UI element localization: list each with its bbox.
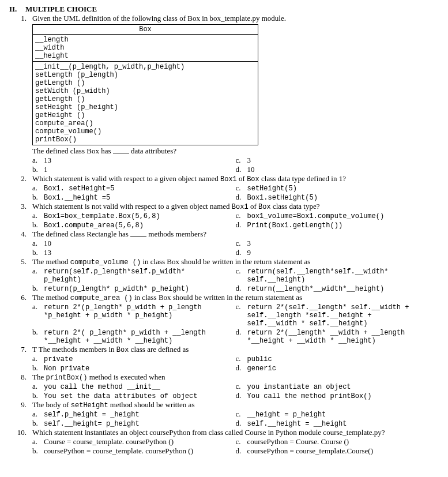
- uml-method-line: compute_volume(): [35, 127, 255, 136]
- q6-b2: *__height + __width * __height): [44, 337, 236, 345]
- q6-stem: The method compute_area () in class Box …: [32, 293, 439, 302]
- q9-stem: The body of setHeight method should be w…: [32, 400, 439, 410]
- q2: 2. Which statement is valid with respect…: [9, 174, 439, 183]
- choice-label: c.: [236, 183, 247, 193]
- choice-label: b.: [32, 328, 44, 337]
- choice-label: b.: [32, 248, 44, 257]
- uml-method-line: setHeight (p_height): [35, 103, 255, 111]
- q1-stem: Given the UML definition of the followin…: [32, 14, 439, 23]
- blank: [130, 230, 146, 236]
- q2-choices: a.Box1. setHeight=5 b.Box1.__height =5 c…: [32, 183, 439, 202]
- q1-a: 13: [44, 156, 236, 165]
- choice-label: d.: [236, 165, 247, 174]
- q8: 8. The printBox() method is executed whe…: [9, 373, 439, 382]
- q7-num: 7.: [9, 345, 32, 354]
- choice-label: a.: [32, 382, 44, 391]
- q10-d: coursePython = course_template.Course(): [247, 446, 439, 456]
- q7-c: public: [247, 355, 439, 363]
- uml-attr-line: __height: [35, 52, 255, 60]
- choice-label: a.: [32, 156, 44, 165]
- choice-label: d.: [236, 220, 247, 230]
- q4-a: 10: [44, 239, 236, 248]
- q3-b: Box1.compute_area(5,6,8): [44, 221, 236, 230]
- choice-label: b.: [32, 391, 44, 400]
- q10-a: Course = course_template. coursePython (…: [44, 437, 236, 446]
- uml-box: Box __length __width __height __init__(p…: [32, 24, 258, 145]
- choice-label: c.: [236, 302, 247, 311]
- q1-num: 1.: [9, 14, 32, 23]
- choice-label: c.: [236, 382, 247, 391]
- choice-label: c.: [236, 410, 247, 419]
- choice-label: d.: [236, 193, 247, 202]
- choice-label: d.: [236, 391, 247, 400]
- q5-choices: a.return(self.p_length*self.p_width* p_h…: [32, 266, 439, 293]
- q7-stem: T The methods members in Box class are d…: [32, 345, 439, 354]
- q9-num: 9.: [9, 400, 32, 410]
- q4-b: 13: [44, 248, 236, 257]
- uml-attr-line: __length: [35, 36, 255, 44]
- choice-label: a.: [32, 302, 44, 311]
- q4-d: 9: [247, 248, 439, 257]
- q10-stem: Which statement instantiates an object c…: [32, 428, 439, 437]
- q3-choices: a.Box1=box_template.Box(5,6,8) b.Box1.co…: [32, 211, 439, 230]
- q10-c: coursePython = Course. Course (): [247, 437, 439, 446]
- q10-choices: a.Course = course_template. coursePython…: [32, 437, 439, 456]
- uml-method-line: __init__(p_length, p_width,p_height): [35, 63, 255, 71]
- q1-sub: The defined class Box has data attribute…: [32, 147, 439, 156]
- choice-label: b.: [32, 446, 44, 456]
- q6-c1: return 2*(self.__length* self.__width +: [247, 303, 439, 311]
- q3: 3. Which statement is not valid with res…: [9, 202, 439, 211]
- q3-c: box1_volume=Box1.compute_volume(): [247, 212, 439, 220]
- q3-stem: Which statement is not valid with respec…: [32, 202, 439, 211]
- q3-num: 3.: [9, 202, 32, 211]
- choice-label: a.: [32, 354, 44, 363]
- q6-c3: self.__width * self.__height): [247, 320, 439, 328]
- q2-num: 2.: [9, 174, 32, 183]
- choice-label: d.: [236, 419, 247, 428]
- q5-c2: self.__height): [247, 276, 439, 284]
- q1-c: 3: [247, 156, 439, 165]
- q3-a: Box1=box_template.Box(5,6,8): [44, 212, 236, 220]
- q5-a2: p_height): [44, 276, 236, 284]
- q7-choices: a.private b.Non private c.public d.gener…: [32, 354, 439, 373]
- choice-label: d.: [236, 284, 247, 293]
- q6: 6. The method compute_area () in class B…: [9, 293, 439, 302]
- choice-label: a.: [32, 211, 44, 220]
- q1-b: 1: [44, 165, 236, 174]
- uml-title: Box: [33, 25, 258, 35]
- q6-d2: *__height + __width * __height): [247, 337, 439, 345]
- q10-b: coursePython = course_template. coursePy…: [44, 446, 236, 456]
- q2-a: Box1. setHeight=5: [44, 185, 236, 193]
- q8-d: You call the method printBox(): [247, 392, 439, 400]
- q1-choices: a.13 b.1 c.3 d.10: [32, 156, 439, 174]
- q10-num: 10.: [9, 428, 32, 437]
- uml-method-line: getHeight (): [35, 111, 255, 119]
- q2-b: Box1.__height =5: [44, 194, 236, 202]
- choice-label: d.: [236, 446, 247, 456]
- q8-stem: The printBox() method is executed when: [32, 373, 439, 382]
- choice-label: b.: [32, 284, 44, 293]
- q5-a1: return(self.p_length*self.p_width*: [44, 268, 236, 276]
- q7-b: Non private: [44, 365, 236, 373]
- q3-d: Print(Box1.getLength()): [247, 221, 439, 230]
- q4-choices: a.10 b.13 c.3 d.9: [32, 239, 439, 257]
- q4-c: 3: [247, 239, 439, 248]
- choice-label: a.: [32, 183, 44, 193]
- choice-label: b.: [32, 193, 44, 202]
- q4-stem: The defined class Rectangle has methods …: [32, 230, 439, 239]
- section-roman: II.: [9, 5, 25, 14]
- choice-label: a.: [32, 266, 44, 276]
- choice-label: c.: [236, 239, 247, 248]
- uml-methods: __init__(p_length, p_width,p_height) set…: [33, 62, 258, 145]
- q8-num: 8.: [9, 373, 32, 382]
- q2-stem: Which statement is valid with respect to…: [32, 174, 439, 183]
- q7: 7. T The methods members in Box class ar…: [9, 345, 439, 354]
- uml-method-line: getLength (): [35, 79, 255, 87]
- q2-c: setHeight(5): [247, 185, 439, 193]
- choice-label: c.: [236, 354, 247, 363]
- q6-c2: self.__length *self.__height +: [247, 311, 439, 320]
- uml-method-line: getLength (): [35, 95, 255, 103]
- q5: 5. The method compute_volume () in class…: [9, 257, 439, 266]
- uml-method-line: compute_area(): [35, 119, 255, 127]
- q4: 4. The defined class Rectangle has metho…: [9, 230, 439, 239]
